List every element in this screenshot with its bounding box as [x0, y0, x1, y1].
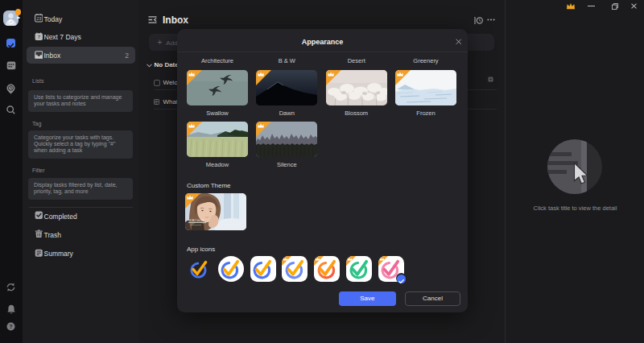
- svg-text:23: 23: [36, 16, 41, 21]
- svg-text:?: ?: [9, 323, 12, 330]
- svg-text:7: 7: [37, 34, 40, 39]
- svg-text:MOMO Vol.28: MOMO Vol.28: [188, 219, 204, 222]
